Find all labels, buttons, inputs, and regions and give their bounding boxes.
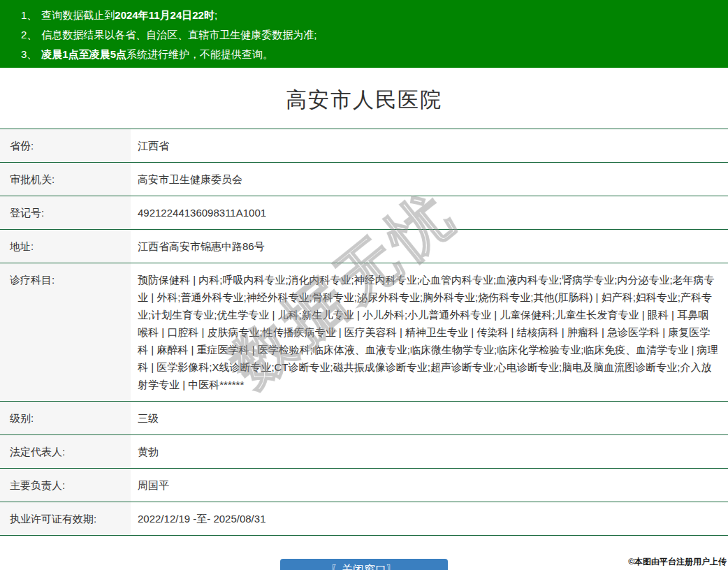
row-value: 江西省高安市锦惠中路86号 — [131, 230, 728, 263]
copyright-note: ©本图由平台注册用户上传 — [628, 556, 727, 568]
notice-line-1: 1、查询数据截止到2024年11月24日22时; — [21, 6, 721, 25]
row-label: 诊疗科目: — [0, 263, 131, 402]
row-label: 执业许可证有效期: — [0, 502, 131, 536]
table-row-address: 地址: 江西省高安市锦惠中路86号 — [0, 230, 728, 263]
notice-bar: 1、查询数据截止到2024年11月24日22时; 2、信息数据结果以各省、自治区… — [0, 0, 728, 68]
row-label: 省份: — [0, 129, 131, 163]
table-row-medical-subjects: 诊疗科目: 预防保健科 | 内科;呼吸内科专业;消化内科专业;神经内科专业;心血… — [0, 263, 728, 402]
notice-text: 信息数据结果以各省、自治区、直辖市卫生健康委数据为准; — [41, 29, 316, 41]
notice-text-end: 系统进行维护，不能提供查询。 — [126, 48, 273, 60]
row-value: 49212244136098311A1001 — [131, 196, 728, 230]
row-value: 2022/12/19 -至- 2025/08/31 — [131, 502, 728, 536]
row-value: 江西省 — [131, 129, 728, 163]
row-value: 三级 — [131, 402, 728, 435]
page-title: 高安市人民医院 — [0, 86, 728, 115]
table-row-license-validity: 执业许可证有效期: 2022/12/19 -至- 2025/08/31 — [0, 502, 728, 536]
table-row-main-person-in-charge: 主要负责人: 周国平 — [0, 469, 728, 502]
notice-number: 3、 — [21, 48, 37, 60]
notice-bold-text: 凌晨1点至凌晨5点 — [41, 48, 126, 60]
table-row-province: 省份: 江西省 — [0, 129, 728, 163]
table-row-approval-authority: 审批机关: 高安市卫生健康委员会 — [0, 163, 728, 196]
notice-number: 1、 — [21, 9, 37, 21]
row-value: 周国平 — [131, 469, 728, 502]
button-area: 〖关闭窗口〗 — [0, 559, 728, 570]
row-label: 地址: — [0, 230, 131, 263]
table-row-legal-representative: 法定代表人: 黄勃 — [0, 435, 728, 469]
close-window-button[interactable]: 〖关闭窗口〗 — [280, 559, 448, 570]
row-label: 级别: — [0, 402, 131, 435]
notice-line-2: 2、信息数据结果以各省、自治区、直辖市卫生健康委数据为准; — [21, 25, 721, 45]
table-row-registration-number: 登记号: 49212244136098311A1001 — [0, 196, 728, 230]
row-label: 登记号: — [0, 196, 131, 230]
row-label: 主要负责人: — [0, 469, 131, 502]
row-value: 黄勃 — [131, 435, 728, 469]
notice-text: 查询数据截止到 — [41, 9, 115, 21]
hospital-info-table: 省份: 江西省 审批机关: 高安市卫生健康委员会 登记号: 4921224413… — [0, 129, 728, 536]
row-value: 预防保健科 | 内科;呼吸内科专业;消化内科专业;神经内科专业;心血管内科专业;… — [131, 263, 728, 402]
notice-number: 2、 — [21, 29, 37, 41]
table-row-level: 级别: 三级 — [0, 402, 728, 435]
row-value: 高安市卫生健康委员会 — [131, 163, 728, 196]
row-label: 审批机关: — [0, 163, 131, 196]
notice-text-end: ; — [214, 9, 217, 21]
notice-line-3: 3、凌晨1点至凌晨5点系统进行维护，不能提供查询。 — [21, 45, 721, 64]
notice-bold-text: 2024年11月24日22时 — [115, 9, 214, 21]
row-label: 法定代表人: — [0, 435, 131, 469]
